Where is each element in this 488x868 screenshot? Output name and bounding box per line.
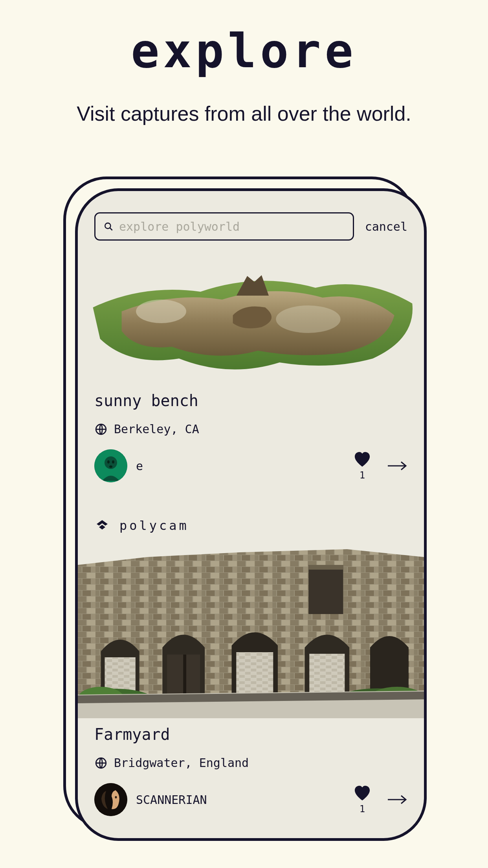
capture-preview-sunny-bench[interactable] bbox=[94, 260, 407, 380]
polycam-logo-icon bbox=[94, 518, 110, 533]
author-avatar[interactable] bbox=[94, 783, 127, 816]
search-row: cancel bbox=[94, 212, 407, 241]
arrow-right-icon[interactable] bbox=[387, 460, 407, 471]
svg-point-3 bbox=[276, 305, 340, 333]
search-input[interactable] bbox=[119, 220, 345, 234]
svg-point-37 bbox=[115, 796, 117, 798]
capture-location: Bridgwater, England bbox=[114, 756, 249, 770]
like-count: 1 bbox=[360, 804, 365, 815]
author-avatar[interactable] bbox=[94, 449, 127, 482]
svg-rect-23 bbox=[183, 655, 186, 697]
svg-rect-25 bbox=[309, 654, 345, 697]
capture-title: Farmyard bbox=[94, 725, 407, 743]
author-username[interactable]: e bbox=[136, 459, 143, 473]
svg-point-9 bbox=[109, 465, 112, 468]
page-subtitle: Visit captures from all over the world. bbox=[0, 102, 488, 125]
device-stack: cancel bbox=[63, 177, 425, 845]
svg-rect-27 bbox=[308, 565, 343, 570]
arrow-right-icon[interactable] bbox=[387, 794, 407, 805]
brand-name: polycam bbox=[119, 518, 189, 533]
cancel-button[interactable]: cancel bbox=[365, 220, 407, 234]
device-frame-front: cancel bbox=[75, 188, 427, 841]
svg-point-7 bbox=[107, 460, 110, 463]
location-row[interactable]: Berkeley, CA bbox=[94, 422, 407, 436]
svg-point-8 bbox=[112, 460, 114, 463]
search-box[interactable] bbox=[94, 212, 354, 241]
heart-icon bbox=[353, 785, 371, 801]
like-button[interactable]: 1 bbox=[353, 451, 371, 481]
capture-location: Berkeley, CA bbox=[114, 422, 199, 436]
page-title: explore bbox=[0, 24, 488, 78]
search-icon bbox=[103, 221, 119, 232]
svg-line-1 bbox=[110, 228, 112, 230]
capture-meta-row: e 1 bbox=[94, 449, 407, 482]
brand-row: polycam bbox=[94, 518, 407, 533]
capture-meta-row: SCANNERIAN 1 bbox=[94, 783, 407, 816]
location-row[interactable]: Bridgwater, England bbox=[94, 756, 407, 770]
capture-title: sunny bench bbox=[94, 392, 407, 410]
svg-rect-26 bbox=[308, 565, 343, 614]
globe-icon bbox=[94, 423, 108, 436]
globe-icon bbox=[94, 756, 108, 770]
like-count: 1 bbox=[360, 470, 365, 481]
capture-preview-farmyard[interactable]: Farmyard Bridgwater, England bbox=[78, 549, 424, 816]
svg-point-2 bbox=[136, 300, 186, 323]
like-button[interactable]: 1 bbox=[353, 785, 371, 815]
svg-rect-24 bbox=[236, 652, 273, 697]
author-username[interactable]: SCANNERIAN bbox=[136, 793, 207, 807]
svg-point-0 bbox=[105, 223, 110, 228]
heart-icon bbox=[353, 451, 371, 467]
svg-point-36 bbox=[94, 783, 127, 816]
